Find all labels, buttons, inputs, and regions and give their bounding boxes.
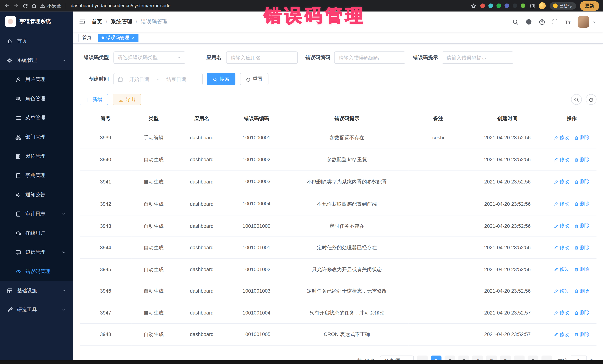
edit-link[interactable]: 修改 <box>554 287 569 295</box>
extension-icon[interactable] <box>504 3 509 8</box>
tab-错误码管理[interactable]: 错误码管理× <box>98 33 139 42</box>
delete-link[interactable]: 删除 <box>574 287 590 295</box>
extension-icon[interactable] <box>512 3 517 8</box>
sidebar-item-角色管理[interactable]: 角色管理 <box>0 89 73 109</box>
header-search-icon[interactable] <box>512 19 519 25</box>
sidebar-item-用户管理[interactable]: 用户管理 <box>0 70 73 89</box>
create-time-range-picker[interactable]: - <box>113 73 203 85</box>
app-name-input[interactable] <box>226 52 298 64</box>
page-button-3[interactable]: 3 <box>458 355 469 360</box>
delete-link[interactable]: 删除 <box>574 331 590 338</box>
next-page-button[interactable] <box>541 355 552 360</box>
update-button[interactable]: 更新 <box>580 1 599 11</box>
delete-link[interactable]: 删除 <box>574 222 590 230</box>
reload-icon[interactable] <box>22 3 28 9</box>
tab-label: 错误码管理 <box>106 34 129 41</box>
edit-link[interactable]: 修改 <box>554 331 569 338</box>
sidebar-item-基础设施[interactable]: 基础设施 <box>0 281 73 300</box>
error-hint-input[interactable] <box>442 52 514 64</box>
user-avatar[interactable] <box>578 16 589 28</box>
prev-page-button[interactable] <box>417 355 428 360</box>
sidebar-item-首页[interactable]: 首页 <box>0 32 73 51</box>
paused-badge[interactable]: 已暂停 <box>549 2 576 9</box>
home-glyph <box>31 3 37 9</box>
extension-icon[interactable] <box>488 3 493 8</box>
table-refresh-button[interactable] <box>586 94 596 105</box>
delete-icon <box>574 245 579 250</box>
edit-link[interactable]: 修改 <box>554 309 569 316</box>
cell-message: CRON 表达式不正确 <box>285 324 408 345</box>
fullscreen-icon[interactable] <box>552 19 558 25</box>
sidebar-item-审计日志[interactable]: 审计日志 <box>0 204 73 223</box>
table-search-button[interactable] <box>571 94 582 105</box>
goto-page-input[interactable] <box>570 355 587 360</box>
cell-code: 1001001002 <box>228 259 285 280</box>
browser-profile-avatar[interactable] <box>539 2 545 9</box>
error-type-select[interactable]: 请选择错误码类型 <box>113 52 185 64</box>
error-code-input[interactable] <box>334 52 405 64</box>
extensions-puzzle-icon[interactable] <box>529 3 535 9</box>
delete-link[interactable]: 删除 <box>574 244 590 251</box>
sidebar-item-系统管理[interactable]: 系统管理 <box>0 51 73 70</box>
page-ellipsis-button[interactable]: ··· <box>514 355 524 360</box>
sidebar-item-通知公告[interactable]: 通知公告 <box>0 185 73 204</box>
browser-home-icon[interactable] <box>31 3 37 9</box>
page-button-4[interactable]: 4 <box>472 355 483 360</box>
edit-link[interactable]: 修改 <box>554 178 569 186</box>
font-size-icon[interactable]: TT <box>565 19 571 25</box>
sidebar-item-菜单管理[interactable]: 菜单管理 <box>0 108 73 128</box>
start-date-input[interactable] <box>125 76 154 82</box>
search-button[interactable]: 搜索 <box>207 73 235 85</box>
forward-icon[interactable] <box>13 3 19 9</box>
logo-row[interactable]: 芋道管理系统 <box>0 11 73 32</box>
add-button[interactable]: 新增 <box>80 94 108 105</box>
avatar-caret-icon[interactable] <box>593 20 597 24</box>
security-indicator[interactable]: 不安全 <box>40 2 61 9</box>
page-button-2[interactable]: 2 <box>445 355 455 360</box>
page-button-6[interactable]: 6 <box>500 355 511 360</box>
bookmark-star-icon[interactable] <box>471 3 476 9</box>
edit-link[interactable]: 修改 <box>554 266 569 273</box>
breadcrumb-home[interactable]: 首页 <box>92 18 102 25</box>
edit-link[interactable]: 修改 <box>554 222 569 230</box>
delete-link[interactable]: 删除 <box>574 309 590 316</box>
page-button-5[interactable]: 5 <box>486 355 497 360</box>
back-icon[interactable] <box>4 3 10 9</box>
edit-link[interactable]: 修改 <box>554 200 569 208</box>
breadcrumb-system[interactable]: 系统管理 <box>111 18 132 25</box>
sidebar-item-短信管理[interactable]: 短信管理 <box>0 243 73 262</box>
cell-app: dashboard <box>176 302 228 324</box>
cell-remark <box>408 324 468 345</box>
delete-link[interactable]: 删除 <box>574 156 590 163</box>
page-size-select[interactable]: 10条/页 <box>380 355 414 360</box>
sidebar-item-部门管理[interactable]: 部门管理 <box>0 128 73 147</box>
extension-icon[interactable] <box>480 3 485 8</box>
cell-operations: 修改删除 <box>547 280 596 302</box>
extension-icon[interactable] <box>521 3 525 8</box>
github-icon[interactable] <box>525 18 532 25</box>
edit-link[interactable]: 修改 <box>554 134 569 141</box>
sidebar-item-研发工具[interactable]: 研发工具 <box>0 300 73 320</box>
delete-link[interactable]: 删除 <box>574 178 590 186</box>
extension-icon[interactable] <box>496 3 501 8</box>
edit-link[interactable]: 修改 <box>554 244 569 251</box>
tab-首页[interactable]: 首页 <box>79 33 95 42</box>
reset-button[interactable]: 重置 <box>240 73 268 85</box>
delete-link[interactable]: 删除 <box>574 266 590 273</box>
close-tab-icon[interactable]: × <box>132 35 135 41</box>
edit-link[interactable]: 修改 <box>554 156 569 163</box>
address-bar[interactable]: dashboard.yudao.iocoder.cn/system/error-… <box>71 3 171 9</box>
page-button-1[interactable]: 1 <box>431 355 441 360</box>
sidebar-item-错误码管理[interactable]: 错误码管理 <box>0 262 73 281</box>
delete-icon <box>574 157 579 162</box>
page-button-8[interactable]: 8 <box>528 355 538 360</box>
help-icon[interactable] <box>539 19 545 25</box>
hamburger-icon[interactable] <box>73 18 92 25</box>
sidebar-item-在线用户[interactable]: 在线用户 <box>0 223 73 243</box>
end-date-input[interactable] <box>162 76 191 82</box>
export-button[interactable]: 导出 <box>113 94 141 105</box>
sidebar-item-字典管理[interactable]: 字典管理 <box>0 166 73 185</box>
sidebar-item-岗位管理[interactable]: 岗位管理 <box>0 147 73 166</box>
delete-link[interactable]: 删除 <box>574 134 590 141</box>
delete-link[interactable]: 删除 <box>574 200 590 208</box>
